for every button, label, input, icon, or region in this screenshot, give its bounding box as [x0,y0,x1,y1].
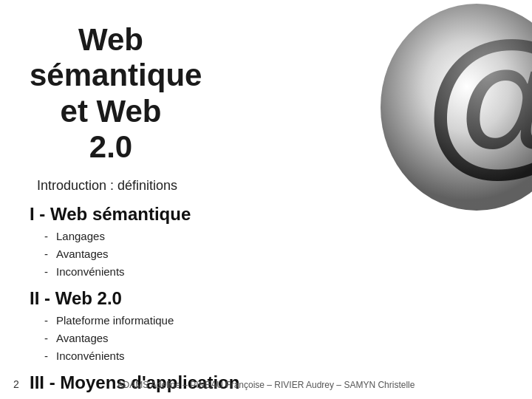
list-item: Avantages [44,245,340,263]
at-symbol-decoration: @ [362,0,532,236]
content-area: Web sémantique et Web 2.0 Introduction :… [30,22,340,399]
section2-heading: II - Web 2.0 [30,288,340,309]
slide: @ Web sémantique et Web 2.0 Introduction… [0,0,532,399]
list-item: Langages [44,228,340,245]
section1-heading: I - Web sémantique [30,204,340,225]
list-item: Avantages [44,330,340,347]
section1-list: Langages Avantages Inconvénients [44,228,340,281]
section2-list: Plateforme informatique Avantages Inconv… [44,312,340,365]
svg-text:@: @ [425,8,532,190]
list-item: Inconvénients [44,347,340,365]
list-item: Inconvénients [44,263,340,281]
footer-text: ADAMS Adeline – PINEAU Françoise – RIVIE… [0,380,532,390]
main-title: Web sémantique et Web 2.0 [30,22,192,165]
intro-line: Introduction : définitions [37,178,340,194]
list-item: Plateforme informatique [44,312,340,330]
